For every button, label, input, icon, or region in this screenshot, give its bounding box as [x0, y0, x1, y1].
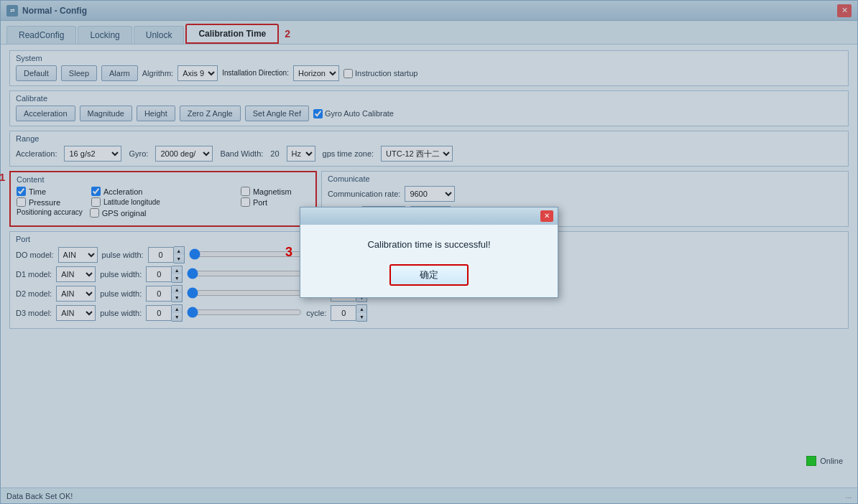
modal-message: Calibration time is successful! — [315, 239, 543, 250]
modal-close-button[interactable]: ✕ — [540, 210, 553, 222]
main-window: ⇄ Normal - Config ✕ ReadConfig Locking U… — [0, 0, 858, 504]
modal-wrapper: 3 ✕ Calibration time is successful! 确定 — [300, 207, 558, 298]
modal-ok-button[interactable]: 确定 — [389, 264, 469, 286]
modal-title-bar: ✕ — [300, 207, 558, 225]
modal-dialog: ✕ Calibration time is successful! 确定 — [300, 207, 558, 298]
modal-overlay: 3 ✕ Calibration time is successful! 确定 — [1, 1, 857, 503]
modal-body: Calibration time is successful! 确定 — [300, 225, 558, 297]
modal-number-badge: 3 — [285, 245, 292, 260]
